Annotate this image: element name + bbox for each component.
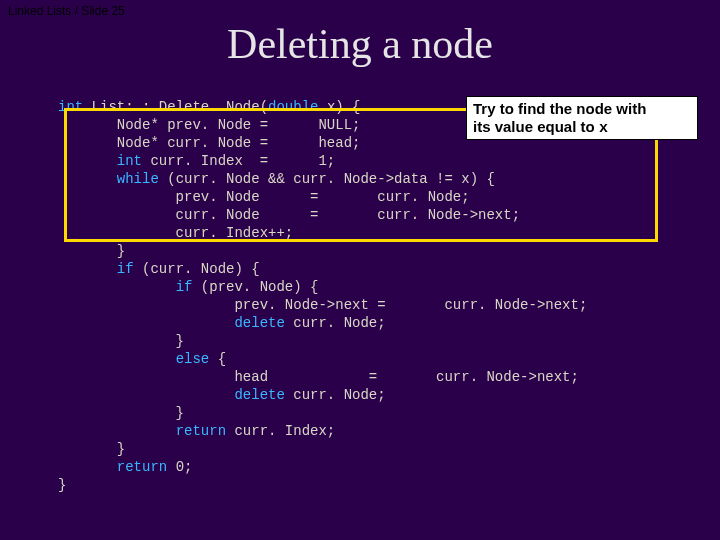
kw: int [117, 153, 142, 169]
t: Node* prev. Node = NULL; [58, 117, 360, 133]
kw: if [117, 261, 134, 277]
kw: delete [234, 387, 284, 403]
t: curr. Node; [285, 387, 386, 403]
t: x) { [318, 99, 360, 115]
t: } [58, 333, 184, 349]
kw: if [176, 279, 193, 295]
slide-header: Linked Lists / Slide 25 [8, 4, 125, 18]
t [58, 315, 234, 331]
t [58, 171, 117, 187]
callout-line2a: its value equal to [473, 118, 599, 135]
t: (curr. Node) { [134, 261, 260, 277]
t: } [58, 243, 125, 259]
t: Node* curr. Node = head; [58, 135, 360, 151]
t [58, 423, 176, 439]
t [58, 279, 176, 295]
t [58, 387, 234, 403]
t: curr. Node = curr. Node->next; [58, 207, 520, 223]
callout-line1: Try to find the node with [473, 100, 646, 117]
slide-title: Deleting a node [0, 20, 720, 68]
t [58, 153, 117, 169]
t: List: : Delete. Node( [83, 99, 268, 115]
t: curr. Index++; [58, 225, 293, 241]
t: 0; [167, 459, 192, 475]
t: curr. Node; [285, 315, 386, 331]
kw: while [117, 171, 159, 187]
t [58, 459, 117, 475]
kw: delete [234, 315, 284, 331]
callout-box: Try to find the node with its value equa… [466, 96, 698, 140]
kw: return [176, 423, 226, 439]
t: (curr. Node && curr. Node->data != x) { [159, 171, 495, 187]
kw: double [268, 99, 318, 115]
t: prev. Node = curr. Node; [58, 189, 470, 205]
kw: return [117, 459, 167, 475]
t: prev. Node->next = curr. Node->next; [58, 297, 587, 313]
t: curr. Index; [226, 423, 335, 439]
t: } [58, 405, 184, 421]
kw: int [58, 99, 83, 115]
t: (prev. Node) { [192, 279, 318, 295]
t: head = curr. Node->next; [58, 369, 579, 385]
t [58, 261, 117, 277]
t: } [58, 441, 125, 457]
code-block: int List: : Delete. Node(double x) { Nod… [58, 98, 587, 494]
t: curr. Index = 1; [142, 153, 335, 169]
kw: else [176, 351, 210, 367]
t [58, 351, 176, 367]
callout-var-x: x [599, 120, 608, 137]
t: { [209, 351, 226, 367]
t: } [58, 477, 66, 493]
